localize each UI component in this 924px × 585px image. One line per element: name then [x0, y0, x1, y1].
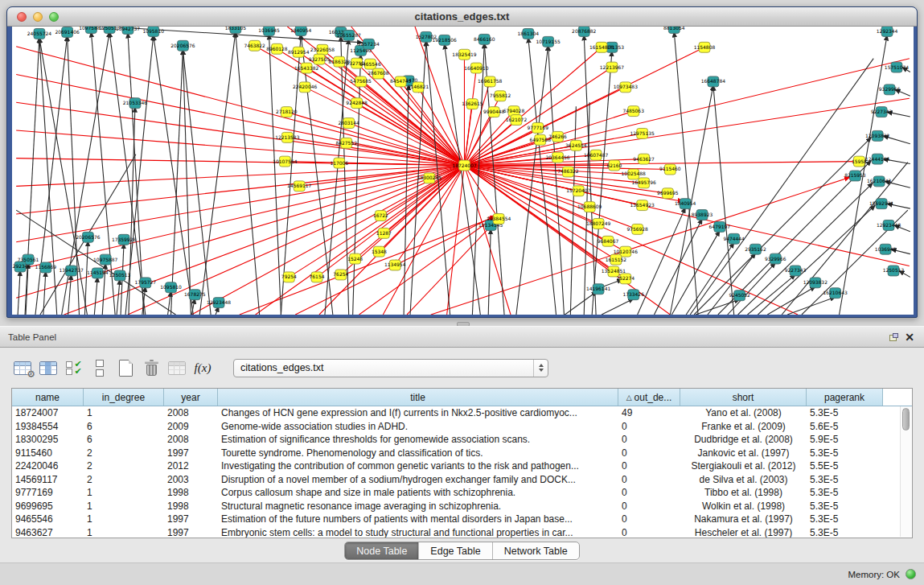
cell-short[interactable]: Stergiakouli et al. (2012): [680, 460, 807, 472]
graph-node-yellow[interactable]: 1362615: [462, 99, 483, 109]
tab-node-table[interactable]: Node Table: [345, 542, 419, 559]
graph-node-teal[interactable]: 6479197: [709, 221, 731, 232]
column-header-title[interactable]: title: [218, 389, 618, 406]
cell-pagerank[interactable]: 5.5E-5: [807, 460, 883, 472]
graph-node-yellow[interactable]: 14569117: [287, 181, 311, 192]
graph-node-yellow[interactable]: 62160: [606, 160, 622, 171]
graph-node-teal[interactable]: 13942737: [116, 27, 140, 34]
graph-node-teal[interactable]: 14196141: [586, 284, 610, 295]
graph-node-yellow[interactable]: 7463822: [244, 40, 265, 51]
graph-node-yellow[interactable]: 16640910: [464, 63, 488, 73]
graph-node-yellow[interactable]: 7486322: [557, 167, 579, 177]
cell-in_degree[interactable]: 6: [84, 421, 164, 432]
graph-node-teal[interactable]: 8813054: [663, 27, 685, 33]
graph-node-teal[interactable]: 16648784: [701, 76, 725, 87]
graph-node-teal[interactable]: 1861304: [518, 28, 540, 39]
cell-in_degree[interactable]: 6: [84, 434, 164, 445]
cell-name[interactable]: 14569117: [12, 474, 84, 485]
function-builder-button[interactable]: f(x): [190, 354, 216, 381]
graph-node-teal[interactable]: 1156869: [35, 262, 57, 273]
cell-year[interactable]: 2008: [164, 434, 218, 445]
cell-name[interactable]: 9115460: [12, 447, 84, 459]
cell-short[interactable]: Dudbridge et al. (2008): [680, 434, 807, 445]
graph-node-teal[interactable]: 1036945: [258, 27, 280, 35]
graph-node-yellow[interactable]: 9242848: [346, 98, 368, 109]
cell-name[interactable]: 18300295: [12, 434, 84, 445]
scrollbar-thumb[interactable]: [902, 408, 910, 431]
graph-node-yellow[interactable]: 79254: [281, 272, 297, 282]
cell-in_degree[interactable]: 1: [84, 513, 164, 525]
cell-pagerank[interactable]: 5.3E-5: [807, 527, 883, 538]
cell-in_degree[interactable]: 2: [84, 474, 164, 485]
cell-pagerank[interactable]: 5.9E-5: [807, 434, 883, 445]
graph-node-yellow[interactable]: 15248: [347, 253, 363, 264]
graph-node-teal[interactable]: 8938923: [692, 210, 713, 220]
cell-title[interactable]: Genome-wide association studies in ADHD.: [218, 421, 618, 432]
graph-node-yellow[interactable]: 9146821: [408, 82, 429, 93]
table-row[interactable]: 977716911998Corpus callosum shape and si…: [12, 486, 912, 500]
table-row[interactable]: 1938455462009Genome-wide association stu…: [12, 420, 912, 434]
cell-pagerank[interactable]: 5.3E-5: [807, 447, 883, 459]
graph-node-yellow[interactable]: 746266: [548, 131, 567, 142]
graph-node-teal[interactable]: 20206576: [76, 232, 100, 242]
cell-title[interactable]: Estimation of significance thresholds fo…: [218, 434, 618, 445]
cell-year[interactable]: 2008: [164, 407, 218, 418]
cell-out_de[interactable]: 0: [618, 487, 680, 498]
graph-node-teal[interactable]: 24055724: [27, 28, 51, 39]
cell-name[interactable]: 9699695: [12, 501, 84, 512]
cell-out_de[interactable]: 0: [618, 460, 680, 472]
graph-node-teal[interactable]: 8466160: [474, 34, 495, 44]
cell-short[interactable]: Wolkin et al. (1998): [680, 501, 807, 512]
graph-node-teal[interactable]: 1145194: [87, 268, 109, 278]
table-row[interactable]: 1830029562008Estimation of significance …: [12, 433, 912, 447]
graph-node-yellow[interactable]: 7955812: [490, 91, 511, 101]
cell-pagerank[interactable]: 5.3E-5: [807, 513, 883, 525]
column-header-out_de[interactable]: △out_de...: [618, 389, 680, 406]
graph-node-yellow[interactable]: 2718120: [276, 107, 298, 117]
graph-node-yellow[interactable]: 9115460: [659, 164, 681, 175]
graph-node-yellow[interactable]: 16495796: [631, 178, 655, 188]
cell-title[interactable]: Structural magnetic resonance image aver…: [218, 501, 618, 512]
cell-in_degree[interactable]: 1: [84, 407, 164, 418]
graph-node-yellow[interactable]: 18807249: [586, 219, 610, 229]
citation-graph[interactable]: 2405572420691406109758871250513139427371…: [12, 27, 914, 315]
graph-node-yellow[interactable]: 2867608: [368, 68, 389, 79]
cell-short[interactable]: Yano et al. (2008): [680, 407, 807, 418]
graph-node-teal[interactable]: 1036945: [875, 244, 897, 254]
graph-node-teal[interactable]: 2935162: [745, 244, 766, 254]
cell-title[interactable]: Estimation of the future numbers of pati…: [218, 513, 618, 525]
column-header-in_degree[interactable]: in_degree: [84, 389, 164, 406]
cell-year[interactable]: 1997: [164, 447, 218, 459]
cell-short[interactable]: de Silva et al. (2003): [680, 474, 807, 485]
cell-year[interactable]: 2009: [164, 421, 218, 432]
graph-node-yellow[interactable]: 12213967: [600, 62, 624, 72]
vertical-scrollbar[interactable]: [900, 406, 911, 537]
graph-node-yellow[interactable]: 16961758: [478, 76, 502, 87]
cell-pagerank[interactable]: 5.3E-5: [807, 474, 883, 485]
graph-node-yellow[interactable]: 8427552: [335, 138, 357, 148]
graph-node-yellow[interactable]: 9684067: [598, 236, 619, 246]
graph-node-teal[interactable]: 1733426: [622, 290, 644, 300]
graph-node-yellow[interactable]: 9699695: [657, 188, 679, 199]
graph-node-teal[interactable]: 10719155: [536, 36, 560, 47]
graph-node-teal[interactable]: 1292344: [877, 27, 898, 36]
select-columns-button[interactable]: [35, 354, 61, 381]
cell-short[interactable]: Tibbo et al. (1998): [680, 487, 807, 498]
graph-node-teal[interactable]: 1833105: [225, 27, 247, 33]
delete-column-button[interactable]: [138, 354, 164, 381]
graph-node-yellow[interactable]: 9465546: [359, 59, 381, 69]
graph-node-yellow[interactable]: 9463627: [633, 154, 655, 164]
graph-node-yellow[interactable]: 15958: [852, 156, 867, 167]
graph-node-yellow[interactable]: 76154: [310, 272, 325, 282]
graph-node-yellow[interactable]: 7485063: [622, 106, 644, 117]
graph-node-yellow[interactable]: 13654923: [630, 200, 655, 211]
graph-node-teal[interactable]: 12923448: [877, 220, 901, 230]
cell-year[interactable]: 1997: [164, 527, 218, 538]
graph-node-yellow[interactable]: 16722: [373, 211, 388, 221]
table-row[interactable]: 1456911722003Disruption of a novel membe…: [12, 473, 912, 487]
graph-node-teal[interactable]: 19218506: [433, 35, 457, 45]
column-header-short[interactable]: short: [680, 389, 807, 406]
cell-in_degree[interactable]: 1: [84, 527, 164, 538]
graph-node-yellow[interactable]: 23226058: [310, 44, 335, 55]
graph-node-teal[interactable]: 1840954: [675, 199, 696, 209]
